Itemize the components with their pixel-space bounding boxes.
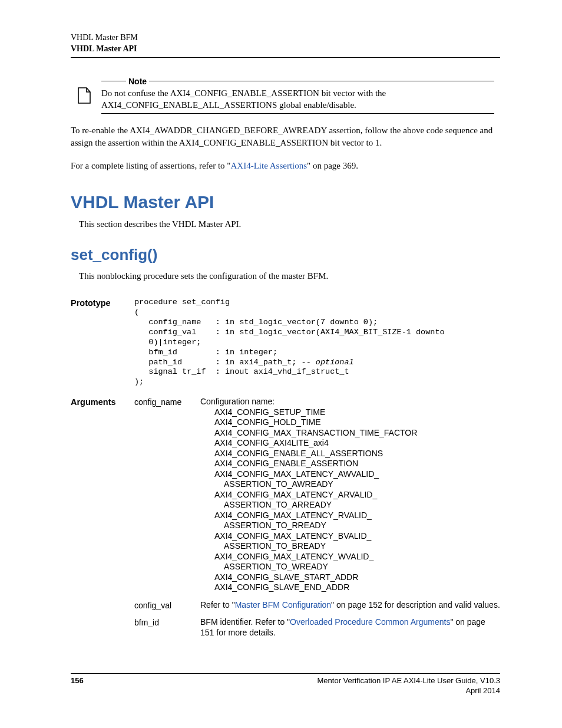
note-label: Note <box>126 77 149 86</box>
footer-title: Mentor Verification IP AE AXI4-Lite User… <box>318 676 500 686</box>
footer: 156 Mentor Verification IP AE AXI4-Lite … <box>71 673 500 696</box>
page-number: 156 <box>71 676 84 696</box>
arg-name: bfm_id <box>134 617 200 627</box>
heading-set-config: set_config() <box>71 246 500 264</box>
note-rule-right <box>149 81 494 81</box>
config-name-intro: Configuration name: <box>200 397 500 407</box>
list-item: ASSERTION_TO_ARREADY <box>224 500 500 510</box>
list-item: AXI4_CONFIG_SLAVE_END_ADDR <box>214 582 500 593</box>
arguments-row: Arguments config_name Configuration name… <box>71 397 500 645</box>
header-line-1: VHDL Master BFM <box>71 32 500 44</box>
list-item: AXI4_CONFIG_ENABLE_ASSERTION <box>214 459 500 469</box>
note-body: Do not confuse the AXI4_CONFIG_ENABLE_AS… <box>101 86 494 114</box>
list-item: AXI4_CONFIG_HOLD_TIME <box>214 417 500 428</box>
intro-vhdl-master-api: This section describes the VHDL Master A… <box>79 218 500 230</box>
list-item: AXI4_CONFIG_ENABLE_ALL_ASSERTIONS <box>214 449 500 459</box>
arg-row-bfm-id: bfm_id BFM identifier. Refer to "Overloa… <box>134 617 500 638</box>
footer-date: April 2014 <box>318 686 500 696</box>
header-line-2: VHDL Master API <box>71 44 500 55</box>
prototype-row: Prototype procedure set_config ( config_… <box>71 298 500 387</box>
list-item: AXI4_CONFIG_MAX_LATENCY_BVALID_ <box>214 531 500 542</box>
note-rule-left <box>101 81 126 81</box>
arguments-label: Arguments <box>71 397 134 407</box>
arg-desc-config-name: Configuration name: AXI4_CONFIG_SETUP_TI… <box>200 397 500 593</box>
arg-desc-bfm-id: BFM identifier. Refer to "Overloaded Pro… <box>200 617 500 638</box>
list-item: ASSERTION_TO_BREADY <box>224 541 500 552</box>
list-item: ASSERTION_TO_AWREADY <box>224 479 500 490</box>
arg-name: config_name <box>134 397 200 407</box>
definition-block: Prototype procedure set_config ( config_… <box>71 298 500 645</box>
text: Refer to " <box>200 600 235 610</box>
paragraph-assertions-ref: For a complete listing of assertions, re… <box>71 160 500 172</box>
paragraph-reenable: To re-enable the AXI4_AWADDR_CHANGED_BEF… <box>71 124 500 149</box>
list-item: ASSERTION_TO_RREADY <box>224 521 500 531</box>
note-block: Note Do not confuse the AXI4_CONFIG_ENAB… <box>101 77 494 114</box>
prototype-label: Prototype <box>71 298 134 308</box>
link-overloaded-procedure-common-arguments[interactable]: Overloaded Procedure Common Arguments <box>290 617 450 627</box>
intro-set-config: This nonblocking procedure sets the conf… <box>79 270 500 282</box>
code-comment-optional: -- optional <box>302 358 354 367</box>
code-text: signal tr_if : inout axi4_vhd_if_struct_… <box>134 367 349 386</box>
arg-name: config_val <box>134 600 200 610</box>
link-master-bfm-configuration[interactable]: Master BFM Configuration <box>235 600 331 610</box>
arguments-table: config_name Configuration name: AXI4_CON… <box>134 397 500 645</box>
list-item: AXI4_CONFIG_MAX_LATENCY_WVALID_ <box>214 552 500 562</box>
link-axi4-lite-assertions[interactable]: AXI4-Lite Assertions <box>230 161 307 170</box>
code-text: procedure set_config ( config_name : in … <box>134 298 449 366</box>
arg-desc-config-val: Refer to "Master BFM Configuration" on p… <box>200 600 500 611</box>
arg-row-config-val: config_val Refer to "Master BFM Configur… <box>134 600 500 611</box>
text: " on page 369. <box>307 161 358 170</box>
config-name-list: AXI4_CONFIG_SETUP_TIME AXI4_CONFIG_HOLD_… <box>214 407 500 593</box>
note-icon <box>78 87 91 104</box>
list-item: AXI4_CONFIG_MAX_TRANSACTION_TIME_FACTOR <box>214 428 500 439</box>
list-item: AXI4_CONFIG_MAX_LATENCY_RVALID_ <box>214 510 500 521</box>
text: BFM identifier. Refer to " <box>200 617 290 627</box>
list-item: AXI4_CONFIG_AXI4LITE_axi4 <box>214 438 500 449</box>
text: " on page 152 for description and valid … <box>331 600 500 610</box>
arg-row-config-name: config_name Configuration name: AXI4_CON… <box>134 397 500 593</box>
list-item: ASSERTION_TO_WREADY <box>224 562 500 572</box>
prototype-code: procedure set_config ( config_name : in … <box>134 298 500 387</box>
footer-right: Mentor Verification IP AE AXI4-Lite User… <box>318 676 500 696</box>
header-rule <box>71 57 500 58</box>
note-rule-bottom <box>101 113 494 114</box>
list-item: AXI4_CONFIG_SLAVE_START_ADDR <box>214 572 500 583</box>
text: For a complete listing of assertions, re… <box>71 161 230 170</box>
list-item: AXI4_CONFIG_SETUP_TIME <box>214 407 500 418</box>
list-item: AXI4_CONFIG_MAX_LATENCY_AWVALID_ <box>214 469 500 480</box>
list-item: AXI4_CONFIG_MAX_LATENCY_ARVALID_ <box>214 490 500 500</box>
heading-vhdl-master-api: VHDL Master API <box>71 192 500 212</box>
running-header: VHDL Master BFM VHDL Master API <box>71 32 500 55</box>
note-label-row: Note <box>101 77 494 86</box>
